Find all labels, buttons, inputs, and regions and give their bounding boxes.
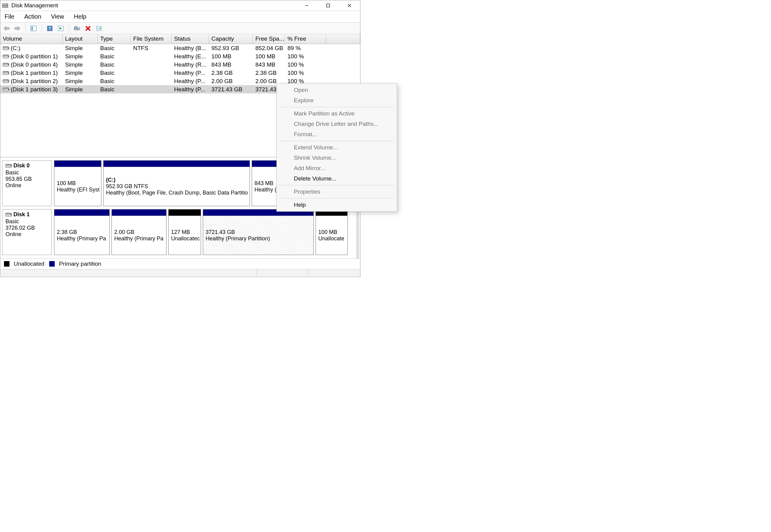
legend-unallocated-swatch [4, 261, 9, 267]
partition-body: 2.00 GBHealthy (Primary Pa [112, 216, 166, 255]
show-hide-console-button[interactable] [29, 24, 38, 33]
volume-name: (Disk 0 partition 4) [11, 61, 58, 68]
partition-size: 100 MB [57, 180, 99, 187]
delete-button[interactable] [84, 24, 92, 33]
volume-capacity: 952.93 GB [209, 45, 253, 52]
partition-size: 2.38 GB [57, 229, 107, 235]
partition-size: 2.00 GB [114, 229, 164, 235]
volume-type: Basic [98, 45, 131, 52]
partition-block[interactable]: 127 MBUnallocatec [168, 209, 201, 255]
refresh-button[interactable] [57, 24, 65, 33]
col-type[interactable]: Type [98, 34, 131, 44]
col-filesystem[interactable]: File System [131, 34, 172, 44]
volume-status: Healthy (P... [172, 78, 209, 85]
partition-body: 100 MBUnallocate [316, 216, 347, 255]
disk-size: 3726.02 GB [5, 225, 48, 231]
partition-block[interactable]: 2.38 GBHealthy (Primary Pa [54, 209, 110, 255]
partition-body: 2.38 GBHealthy (Primary Pa [54, 216, 109, 255]
svg-marker-9 [15, 26, 20, 31]
disk-info[interactable]: Disk 1Basic3726.02 GBOnline [2, 209, 52, 255]
maximize-button[interactable] [317, 0, 339, 11]
volume-free: 843 MB [253, 61, 285, 68]
volume-name: (C:) [11, 45, 20, 51]
col-pct-free[interactable]: % Free [285, 34, 326, 44]
volume-pct: 89 % [285, 45, 326, 52]
disk-icon [3, 71, 9, 75]
partition-size: 952.93 GB NTFS [106, 183, 247, 190]
volume-layout: Simple [63, 86, 98, 93]
volume-row[interactable]: (Disk 0 partition 4)SimpleBasicHealthy (… [0, 60, 360, 69]
context-menu-item: Shrink Volume... [277, 153, 397, 163]
minimize-button[interactable] [296, 0, 317, 11]
volume-name: (Disk 0 partition 1) [11, 53, 58, 60]
disk-info[interactable]: Disk 0Basic953.85 GBOnline [2, 160, 52, 206]
menu-file[interactable]: File [5, 13, 14, 20]
disk-state: Online [5, 182, 48, 189]
volume-name: (Disk 1 partition 1) [11, 70, 58, 76]
back-button[interactable] [2, 24, 11, 33]
partition-body: 100 MBHealthy (EFI Syst [54, 167, 101, 206]
disk-icon [3, 55, 9, 58]
col-capacity[interactable]: Capacity [209, 34, 253, 44]
primary-stripe [54, 210, 109, 216]
disk-state: Online [5, 231, 48, 238]
menu-action[interactable]: Action [24, 13, 41, 20]
col-volume[interactable]: Volume [0, 34, 63, 44]
partition-size: 843 MB [254, 180, 278, 187]
col-status[interactable]: Status [172, 34, 209, 44]
volume-type: Basic [98, 78, 131, 85]
partition-status: Healthy (EFI Syst [57, 187, 99, 193]
window-title: Disk Management [11, 2, 58, 9]
partition-block[interactable]: 100 MBUnallocate [316, 209, 348, 255]
menu-view[interactable]: View [51, 13, 64, 20]
forward-button[interactable] [13, 24, 22, 33]
volume-free: 2.38 GB [253, 70, 285, 76]
col-layout[interactable]: Layout [63, 34, 98, 44]
volume-free: 100 MB [253, 53, 285, 60]
volume-layout: Simple [63, 70, 98, 76]
partition-size: 100 MB [318, 229, 345, 235]
partition-block[interactable]: (C:)952.93 GB NTFSHealthy (Boot, Page Fi… [103, 160, 250, 206]
volume-status: Healthy (P... [172, 86, 209, 93]
partition-status: Healthy (Primary Pa [114, 235, 164, 242]
menu-help[interactable]: Help [74, 13, 86, 20]
title-bar: Disk Management [0, 0, 360, 11]
partition-block[interactable]: 3721.43 GBHealthy (Primary Partition) [203, 209, 314, 255]
context-menu-item: Properties [277, 187, 397, 197]
legend-primary-swatch [49, 261, 55, 267]
col-free[interactable]: Free Spa... [253, 34, 285, 44]
svg-point-3 [7, 6, 7, 7]
disk-name: Disk 0 [13, 162, 30, 169]
partition-status: Healthy (Primary Partition) [206, 235, 311, 242]
volume-row[interactable]: (Disk 1 partition 1)SimpleBasicHealthy (… [0, 69, 360, 77]
close-button[interactable] [339, 0, 360, 11]
context-menu-separator [279, 141, 394, 141]
partition-block[interactable]: 100 MBHealthy (EFI Syst [54, 160, 101, 206]
toolbar: ? [0, 23, 360, 34]
status-bar [0, 269, 360, 276]
disk-icon [3, 46, 9, 50]
svg-rect-22 [97, 26, 101, 31]
properties-button[interactable] [95, 24, 103, 33]
volume-status: Healthy (B... [172, 45, 209, 52]
volume-row[interactable]: (Disk 0 partition 1)SimpleBasicHealthy (… [0, 52, 360, 60]
volume-layout: Simple [63, 53, 98, 60]
volume-status: Healthy (E... [172, 53, 209, 60]
volume-row[interactable]: (C:)SimpleBasicNTFSHealthy (B...952.93 G… [0, 44, 360, 52]
disk-type: Basic [5, 169, 48, 176]
volume-type: Basic [98, 86, 131, 93]
volume-capacity: 3721.43 GB [209, 86, 253, 93]
volume-capacity: 2.00 GB [209, 78, 253, 85]
volume-capacity: 843 MB [209, 61, 253, 68]
partition-title: (C:) [106, 177, 247, 183]
legend-primary-label: Primary partition [59, 261, 101, 267]
partition-block[interactable]: 2.00 GBHealthy (Primary Pa [111, 209, 166, 255]
volume-list-header: Volume Layout Type File System Status Ca… [0, 34, 360, 44]
toolbar-separator [42, 24, 42, 32]
help-button[interactable]: ? [46, 24, 54, 33]
context-menu-item[interactable]: Help [277, 200, 397, 210]
scan-disks-button[interactable] [73, 24, 81, 33]
context-menu-item[interactable]: Delete Volume... [277, 173, 397, 184]
volume-name: (Disk 1 partition 2) [11, 78, 58, 84]
context-menu-separator [279, 107, 394, 107]
